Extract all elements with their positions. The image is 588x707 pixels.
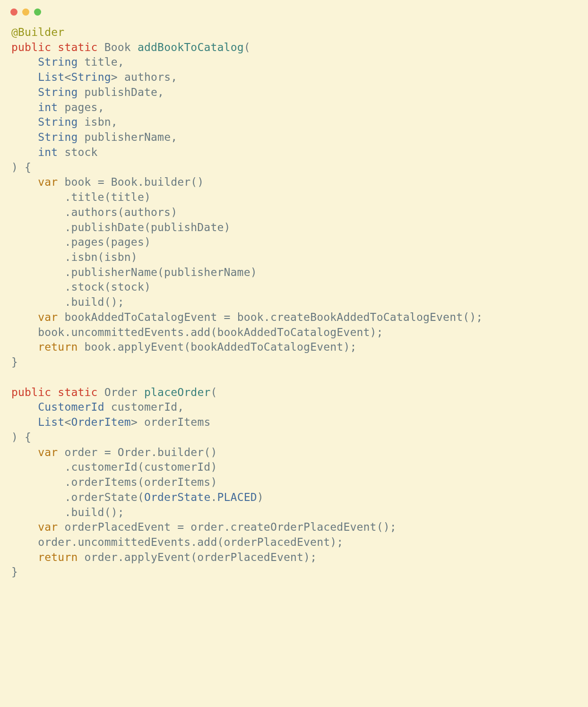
code-token [11,86,38,98]
code-window: @Builder public static Book addBookToCat… [0,0,588,591]
code-token: String [38,86,78,98]
code-token [11,401,38,413]
code-token [11,176,38,188]
code-token: var [38,176,58,188]
code-token: var [38,311,58,323]
code-token: title [85,56,118,68]
code-token: ) [257,491,264,503]
code-token [11,116,38,128]
minimize-icon[interactable] [22,9,29,16]
code-token: publishDate [85,86,158,98]
code-token [51,41,58,53]
code-token: ) { [11,431,31,443]
code-token: .publisherName(publisherName) [11,266,257,278]
code-token: , [118,56,124,68]
code-token: CustomerId [38,401,104,413]
code-token [104,401,111,413]
code-token: .isbn(isbn) [11,251,138,263]
code-token [78,116,85,128]
code-token: List [38,416,64,428]
code-token: String [38,131,78,143]
code-token: .title(title) [11,191,151,203]
code-token: orderItems [144,416,210,428]
code-token: , [171,131,177,143]
code-token: .authors(authors) [11,206,177,218]
code-token [58,446,64,458]
code-token: ( [211,386,217,398]
code-token: String [38,116,78,128]
code-token [11,446,38,458]
code-token: PLACED [217,491,257,503]
code-token [11,311,38,323]
code-token [58,146,64,158]
code-token: var [38,446,58,458]
code-token [11,56,38,68]
code-token: < [64,416,71,428]
code-token: pages [64,101,97,113]
code-token: .build(); [11,506,124,518]
code-token [51,386,58,398]
code-token: List [38,71,64,83]
code-token: ( [244,41,251,53]
code-token [11,101,38,113]
code-token: } [11,356,18,368]
code-token: @Builder [11,26,64,38]
code-token: addBookToCatalog [138,41,244,53]
code-token [11,146,38,158]
code-token: , [171,71,177,83]
code-token: } [11,566,18,578]
code-token: String [71,71,111,83]
code-token: publisherName [85,131,171,143]
close-icon[interactable] [10,9,17,16]
code-token: OrderItem [71,416,130,428]
code-token: > [131,416,138,428]
code-token: order.applyEvent(orderPlacedEvent); [85,551,317,563]
code-token: static [58,386,97,398]
code-token: customerId [111,401,177,413]
code-token [11,416,38,428]
code-token: . [210,491,217,503]
window-titlebar [0,0,588,20]
code-token: authors [124,71,171,83]
code-token [11,131,38,143]
code-token [11,521,38,533]
code-token: return [38,341,78,353]
code-token: return [38,551,78,563]
code-token: Book [104,41,138,53]
code-token: .orderItems(orderItems) [11,476,217,488]
code-block: @Builder public static Book addBookToCat… [0,20,588,591]
code-token: < [64,71,71,83]
code-token: .stock(stock) [11,281,151,293]
code-token: , [177,401,184,413]
code-token: bookAddedToCatalogEvent = book.createBoo… [64,311,483,323]
code-token [78,131,85,143]
code-token: , [111,116,118,128]
code-token: , [157,86,164,98]
code-token: > [111,71,118,83]
code-token: orderPlacedEvent = order.createOrderPlac… [64,521,396,533]
code-token: isbn [85,116,111,128]
maximize-icon[interactable] [34,9,41,16]
code-token: .pages(pages) [11,236,151,248]
code-token: static [58,41,97,53]
code-token: .publishDate(publishDate) [11,221,231,233]
code-token [78,56,85,68]
code-token: book.uncommittedEvents.add(bookAddedToCa… [11,326,383,338]
code-token: public [11,386,51,398]
code-token [78,551,85,563]
code-token [11,551,38,563]
code-token: order = Order.builder() [64,446,217,458]
code-token [58,311,64,323]
code-token: public [11,41,51,53]
code-token [118,71,124,83]
code-token: ) { [11,161,31,173]
code-token: , [98,101,104,113]
code-token: int [38,146,58,158]
code-token [98,41,104,53]
code-token: .customerId(customerId) [11,461,217,473]
code-token [11,341,38,353]
code-token: .orderState( [11,491,144,503]
code-token [58,176,64,188]
code-token: placeOrder [144,386,210,398]
code-token: OrderState [144,491,210,503]
